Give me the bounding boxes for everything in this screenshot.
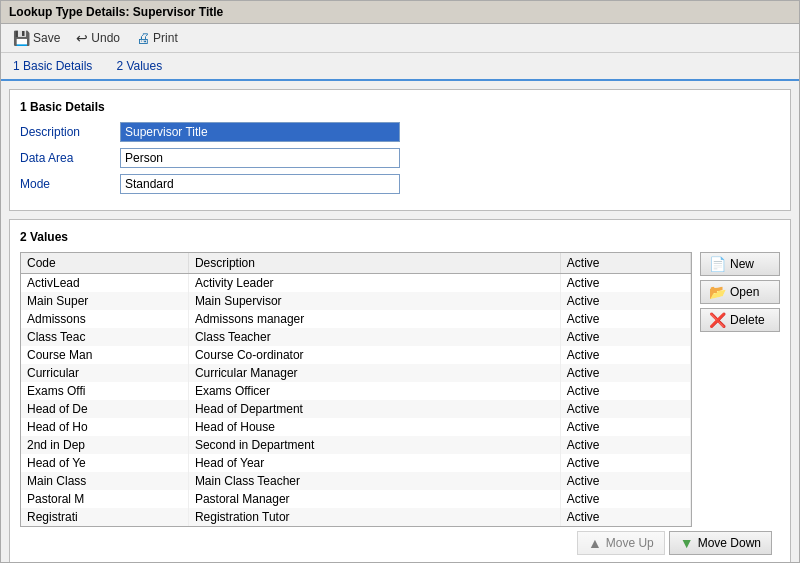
cell-description: Head of Department xyxy=(188,400,560,418)
values-section: 2 Values Code Description Active xyxy=(9,219,791,562)
table-row[interactable]: Exams Offi Exams Officer Active xyxy=(21,382,691,400)
cell-description: Exams Officer xyxy=(188,382,560,400)
cell-code: Head of Ho xyxy=(21,418,188,436)
mode-input[interactable] xyxy=(120,174,400,194)
new-label: New xyxy=(730,257,754,271)
description-row: Description xyxy=(20,122,780,142)
cell-code: Main Super xyxy=(21,292,188,310)
values-table-container: Code Description Active ActivLead Activi… xyxy=(20,252,692,527)
cell-active: Active xyxy=(560,454,690,472)
cell-active: Active xyxy=(560,346,690,364)
cell-description: Class Teacher xyxy=(188,328,560,346)
cell-code: Main Class xyxy=(21,472,188,490)
cell-active: Active xyxy=(560,418,690,436)
open-button[interactable]: 📂 Open xyxy=(700,280,780,304)
values-table-body: ActivLead Activity Leader Active Main Su… xyxy=(21,274,691,527)
move-up-icon: ▲ xyxy=(588,535,602,551)
title-bar: Lookup Type Details: Supervisor Title xyxy=(1,1,799,24)
main-window: Lookup Type Details: Supervisor Title 💾 … xyxy=(0,0,800,563)
toolbar: 💾 Save ↩ Undo 🖨 Print xyxy=(1,24,799,53)
values-title: 2 Values xyxy=(20,230,780,244)
tabs-bar: 1 Basic Details 2 Values xyxy=(1,53,799,81)
table-row[interactable]: Admissons Admissons manager Active xyxy=(21,310,691,328)
print-label: Print xyxy=(153,31,178,45)
cell-description: Main Class Teacher xyxy=(188,472,560,490)
cell-description: Registration Tutor xyxy=(188,508,560,526)
table-row[interactable]: ActivLead Activity Leader Active xyxy=(21,274,691,293)
cell-code: Pastoral M xyxy=(21,490,188,508)
print-icon: 🖨 xyxy=(136,30,150,46)
save-button[interactable]: 💾 Save xyxy=(9,28,64,48)
col-header-code: Code xyxy=(21,253,188,274)
description-input[interactable] xyxy=(120,122,400,142)
cell-description: Curricular Manager xyxy=(188,364,560,382)
move-up-button[interactable]: ▲ Move Up xyxy=(577,531,665,555)
move-down-button[interactable]: ▼ Move Down xyxy=(669,531,772,555)
save-icon: 💾 xyxy=(13,30,30,46)
delete-icon: ❌ xyxy=(709,312,726,328)
cell-active: Active xyxy=(560,400,690,418)
cell-code: Registrati xyxy=(21,508,188,526)
side-buttons-panel: 📄 New 📂 Open ❌ Delete xyxy=(700,252,780,527)
window-title: Lookup Type Details: Supervisor Title xyxy=(9,5,223,19)
open-label: Open xyxy=(730,285,759,299)
cell-active: Active xyxy=(560,490,690,508)
data-area-row: Data Area xyxy=(20,148,780,168)
values-table: Code Description Active ActivLead Activi… xyxy=(21,253,691,526)
undo-label: Undo xyxy=(91,31,120,45)
new-icon: 📄 xyxy=(709,256,726,272)
move-down-label: Move Down xyxy=(698,536,761,550)
bottom-bar: ▲ Move Up ▼ Move Down xyxy=(20,527,780,559)
table-row[interactable]: Head of Ho Head of House Active xyxy=(21,418,691,436)
new-button[interactable]: 📄 New xyxy=(700,252,780,276)
cell-description: Main Supervisor xyxy=(188,292,560,310)
data-area-input[interactable] xyxy=(120,148,400,168)
cell-active: Active xyxy=(560,274,690,293)
save-label: Save xyxy=(33,31,60,45)
tab-values[interactable]: 2 Values xyxy=(112,57,166,75)
table-row[interactable]: Registrati Registration Tutor Active xyxy=(21,508,691,526)
cell-active: Active xyxy=(560,382,690,400)
mode-label: Mode xyxy=(20,177,120,191)
cell-active: Active xyxy=(560,472,690,490)
basic-details-section: 1 Basic Details Description Data Area Mo… xyxy=(9,89,791,211)
cell-description: Second in Department xyxy=(188,436,560,454)
basic-details-title: 1 Basic Details xyxy=(20,100,780,114)
cell-active: Active xyxy=(560,292,690,310)
table-row[interactable]: 2nd in Dep Second in Department Active xyxy=(21,436,691,454)
table-row[interactable]: Main Super Main Supervisor Active xyxy=(21,292,691,310)
cell-description: Activity Leader xyxy=(188,274,560,293)
cell-code: Head of Ye xyxy=(21,454,188,472)
undo-button[interactable]: ↩ Undo xyxy=(72,28,124,48)
cell-description: Course Co-ordinator xyxy=(188,346,560,364)
mode-row: Mode xyxy=(20,174,780,194)
table-row[interactable]: Course Man Course Co-ordinator Active xyxy=(21,346,691,364)
cell-code: Class Teac xyxy=(21,328,188,346)
description-label: Description xyxy=(20,125,120,139)
data-area-label: Data Area xyxy=(20,151,120,165)
cell-active: Active xyxy=(560,508,690,526)
table-row[interactable]: Pastoral M Pastoral Manager Active xyxy=(21,490,691,508)
table-row[interactable]: Head of Ye Head of Year Active xyxy=(21,454,691,472)
cell-code: Admissons xyxy=(21,310,188,328)
cell-code: Course Man xyxy=(21,346,188,364)
move-up-label: Move Up xyxy=(606,536,654,550)
delete-button[interactable]: ❌ Delete xyxy=(700,308,780,332)
table-row[interactable]: Curricular Curricular Manager Active xyxy=(21,364,691,382)
cell-active: Active xyxy=(560,310,690,328)
table-row[interactable]: Head of De Head of Department Active xyxy=(21,400,691,418)
cell-active: Active xyxy=(560,328,690,346)
cell-code: Head of De xyxy=(21,400,188,418)
cell-code: ActivLead xyxy=(21,274,188,293)
print-button[interactable]: 🖨 Print xyxy=(132,28,182,48)
open-icon: 📂 xyxy=(709,284,726,300)
col-header-active: Active xyxy=(560,253,690,274)
table-row[interactable]: Main Class Main Class Teacher Active xyxy=(21,472,691,490)
values-table-scroll[interactable]: Code Description Active ActivLead Activi… xyxy=(21,253,691,526)
values-layout: Code Description Active ActivLead Activi… xyxy=(20,252,780,527)
cell-description: Head of House xyxy=(188,418,560,436)
tab-basic-details[interactable]: 1 Basic Details xyxy=(9,57,96,75)
cell-code: Curricular xyxy=(21,364,188,382)
delete-label: Delete xyxy=(730,313,765,327)
table-row[interactable]: Class Teac Class Teacher Active xyxy=(21,328,691,346)
